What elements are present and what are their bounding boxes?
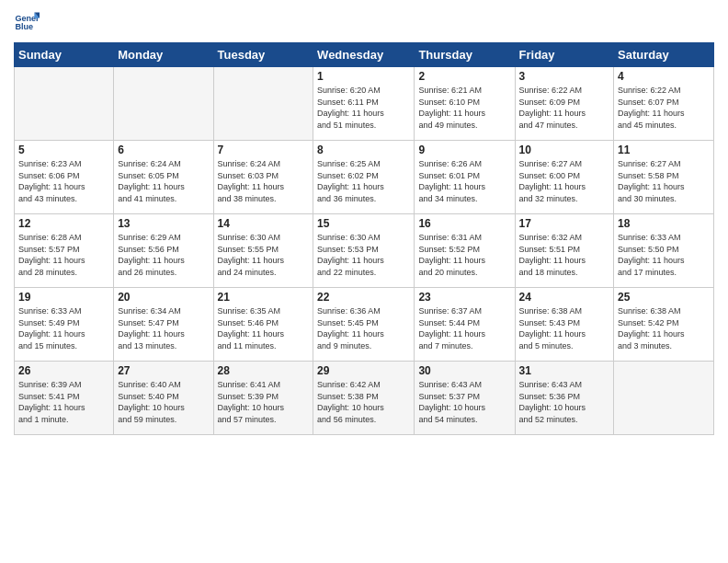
day-number: 13 (118, 217, 209, 230)
day-cell (15, 67, 114, 141)
day-info: Sunrise: 6:35 AM Sunset: 5:46 PM Dayligh… (218, 305, 310, 351)
weekday-header-wednesday: Wednesday (313, 43, 415, 67)
day-cell: 5Sunrise: 6:23 AM Sunset: 6:06 PM Daylig… (15, 141, 114, 214)
day-info: Sunrise: 6:38 AM Sunset: 5:42 PM Dayligh… (618, 305, 710, 351)
day-cell: 19Sunrise: 6:33 AM Sunset: 5:49 PM Dayli… (15, 288, 114, 362)
day-number: 25 (618, 291, 710, 304)
day-number: 9 (418, 144, 510, 156)
day-cell: 18Sunrise: 6:33 AM Sunset: 5:50 PM Dayli… (614, 214, 714, 288)
day-number: 31 (519, 364, 610, 377)
day-info: Sunrise: 6:26 AM Sunset: 6:01 PM Dayligh… (418, 158, 510, 204)
day-number: 15 (317, 217, 410, 230)
day-cell: 6Sunrise: 6:24 AM Sunset: 6:05 PM Daylig… (114, 141, 213, 214)
day-number: 12 (18, 217, 109, 230)
calendar: SundayMondayTuesdayWednesdayThursdayFrid… (14, 42, 714, 435)
day-cell: 16Sunrise: 6:31 AM Sunset: 5:52 PM Dayli… (415, 214, 515, 288)
weekday-header-tuesday: Tuesday (213, 43, 313, 67)
day-cell: 31Sunrise: 6:43 AM Sunset: 5:36 PM Dayli… (515, 362, 614, 435)
day-cell: 25Sunrise: 6:38 AM Sunset: 5:42 PM Dayli… (614, 288, 714, 362)
day-info: Sunrise: 6:33 AM Sunset: 5:50 PM Dayligh… (618, 232, 710, 278)
day-number: 14 (218, 217, 310, 230)
day-number: 30 (418, 364, 510, 377)
day-number: 3 (519, 70, 610, 83)
day-info: Sunrise: 6:22 AM Sunset: 6:09 PM Dayligh… (519, 85, 610, 131)
day-info: Sunrise: 6:28 AM Sunset: 5:57 PM Dayligh… (18, 232, 109, 278)
day-cell: 2Sunrise: 6:21 AM Sunset: 6:10 PM Daylig… (415, 67, 515, 141)
day-info: Sunrise: 6:27 AM Sunset: 5:58 PM Dayligh… (618, 158, 710, 204)
day-cell: 10Sunrise: 6:27 AM Sunset: 6:00 PM Dayli… (515, 141, 614, 214)
day-cell (614, 362, 714, 435)
day-cell: 20Sunrise: 6:34 AM Sunset: 5:47 PM Dayli… (114, 288, 213, 362)
day-number: 26 (18, 364, 109, 377)
weekday-header-sunday: Sunday (15, 43, 114, 67)
day-cell: 9Sunrise: 6:26 AM Sunset: 6:01 PM Daylig… (415, 141, 515, 214)
day-cell: 3Sunrise: 6:22 AM Sunset: 6:09 PM Daylig… (515, 67, 614, 141)
day-number: 18 (618, 217, 710, 230)
day-cell: 1Sunrise: 6:20 AM Sunset: 6:11 PM Daylig… (313, 67, 415, 141)
week-row-0: 1Sunrise: 6:20 AM Sunset: 6:11 PM Daylig… (15, 67, 714, 141)
day-number: 24 (519, 291, 610, 304)
day-number: 20 (118, 291, 209, 304)
day-number: 1 (317, 70, 410, 83)
day-number: 19 (18, 291, 109, 304)
day-number: 6 (118, 144, 209, 156)
weekday-header-row: SundayMondayTuesdayWednesdayThursdayFrid… (15, 43, 714, 67)
day-info: Sunrise: 6:34 AM Sunset: 5:47 PM Dayligh… (118, 305, 209, 351)
day-cell: 11Sunrise: 6:27 AM Sunset: 5:58 PM Dayli… (614, 141, 714, 214)
logo-icon: General Blue (14, 9, 40, 35)
week-row-4: 26Sunrise: 6:39 AM Sunset: 5:41 PM Dayli… (15, 362, 714, 435)
svg-text:Blue: Blue (15, 22, 33, 31)
day-number: 22 (317, 291, 410, 304)
day-number: 27 (118, 364, 209, 377)
day-info: Sunrise: 6:43 AM Sunset: 5:36 PM Dayligh… (519, 379, 610, 425)
day-number: 17 (519, 217, 610, 230)
day-cell: 22Sunrise: 6:36 AM Sunset: 5:45 PM Dayli… (313, 288, 415, 362)
day-cell (114, 67, 213, 141)
day-number: 29 (317, 364, 410, 377)
day-cell: 23Sunrise: 6:37 AM Sunset: 5:44 PM Dayli… (415, 288, 515, 362)
day-cell: 24Sunrise: 6:38 AM Sunset: 5:43 PM Dayli… (515, 288, 614, 362)
day-info: Sunrise: 6:22 AM Sunset: 6:07 PM Dayligh… (618, 85, 710, 131)
day-info: Sunrise: 6:29 AM Sunset: 5:56 PM Dayligh… (118, 232, 209, 278)
day-info: Sunrise: 6:42 AM Sunset: 5:38 PM Dayligh… (317, 379, 410, 425)
logo: General Blue (14, 9, 40, 35)
day-cell: 27Sunrise: 6:40 AM Sunset: 5:40 PM Dayli… (114, 362, 213, 435)
day-number: 2 (418, 70, 510, 83)
day-cell: 13Sunrise: 6:29 AM Sunset: 5:56 PM Dayli… (114, 214, 213, 288)
day-cell: 29Sunrise: 6:42 AM Sunset: 5:38 PM Dayli… (313, 362, 415, 435)
day-cell: 17Sunrise: 6:32 AM Sunset: 5:51 PM Dayli… (515, 214, 614, 288)
day-info: Sunrise: 6:41 AM Sunset: 5:39 PM Dayligh… (218, 379, 310, 425)
day-info: Sunrise: 6:38 AM Sunset: 5:43 PM Dayligh… (519, 305, 610, 351)
day-number: 5 (18, 144, 109, 156)
day-number: 28 (218, 364, 310, 377)
week-row-2: 12Sunrise: 6:28 AM Sunset: 5:57 PM Dayli… (15, 214, 714, 288)
day-cell: 28Sunrise: 6:41 AM Sunset: 5:39 PM Dayli… (213, 362, 313, 435)
day-info: Sunrise: 6:21 AM Sunset: 6:10 PM Dayligh… (418, 85, 510, 131)
day-info: Sunrise: 6:37 AM Sunset: 5:44 PM Dayligh… (418, 305, 510, 351)
day-number: 11 (618, 144, 710, 156)
day-number: 10 (519, 144, 610, 156)
weekday-header-monday: Monday (114, 43, 213, 67)
day-info: Sunrise: 6:30 AM Sunset: 5:53 PM Dayligh… (317, 232, 410, 278)
day-number: 4 (618, 70, 710, 83)
day-info: Sunrise: 6:36 AM Sunset: 5:45 PM Dayligh… (317, 305, 410, 351)
day-info: Sunrise: 6:24 AM Sunset: 6:05 PM Dayligh… (118, 158, 209, 204)
day-cell: 21Sunrise: 6:35 AM Sunset: 5:46 PM Dayli… (213, 288, 313, 362)
day-number: 8 (317, 144, 410, 156)
header: General Blue (14, 9, 714, 35)
day-info: Sunrise: 6:43 AM Sunset: 5:37 PM Dayligh… (418, 379, 510, 425)
day-number: 21 (218, 291, 310, 304)
day-info: Sunrise: 6:27 AM Sunset: 6:00 PM Dayligh… (519, 158, 610, 204)
weekday-header-thursday: Thursday (415, 43, 515, 67)
day-info: Sunrise: 6:25 AM Sunset: 6:02 PM Dayligh… (317, 158, 410, 204)
day-info: Sunrise: 6:20 AM Sunset: 6:11 PM Dayligh… (317, 85, 410, 131)
day-info: Sunrise: 6:31 AM Sunset: 5:52 PM Dayligh… (418, 232, 510, 278)
day-cell: 14Sunrise: 6:30 AM Sunset: 5:55 PM Dayli… (213, 214, 313, 288)
day-cell: 4Sunrise: 6:22 AM Sunset: 6:07 PM Daylig… (614, 67, 714, 141)
day-number: 7 (218, 144, 310, 156)
day-number: 23 (418, 291, 510, 304)
day-cell: 30Sunrise: 6:43 AM Sunset: 5:37 PM Dayli… (415, 362, 515, 435)
day-info: Sunrise: 6:33 AM Sunset: 5:49 PM Dayligh… (18, 305, 109, 351)
day-cell (213, 67, 313, 141)
week-row-3: 19Sunrise: 6:33 AM Sunset: 5:49 PM Dayli… (15, 288, 714, 362)
